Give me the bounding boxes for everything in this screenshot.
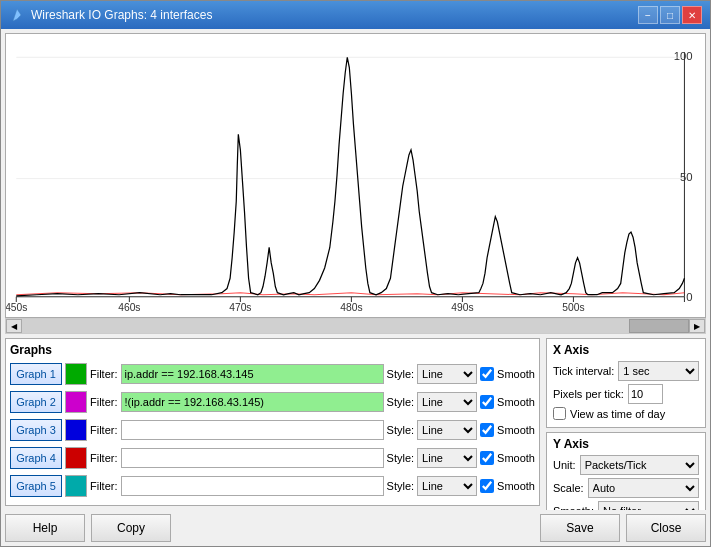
unit-row: Unit: Packets/Tick Bytes/Tick Bits/Tick [553, 455, 699, 475]
close-window-button[interactable]: ✕ [682, 6, 702, 24]
style-label-2: Style: [387, 396, 415, 408]
filter-input-2[interactable] [121, 392, 384, 412]
svg-text:470s: 470s [229, 302, 251, 313]
style-select-2[interactable]: LineImpulseFBarDot [417, 392, 477, 412]
tick-interval-label: Tick interval: [553, 365, 614, 377]
y-label-50: 50 [680, 171, 693, 183]
view-as-time-row: View as time of day [553, 407, 699, 420]
y-axis-title: Y Axis [553, 437, 699, 451]
smooth-label-2: Smooth [497, 396, 535, 408]
color-box-5[interactable] [65, 475, 87, 497]
pixels-per-tick-input[interactable] [628, 384, 663, 404]
y-axis-panel: Y Axis Unit: Packets/Tick Bytes/Tick Bit… [546, 432, 706, 510]
style-label-1: Style: [387, 368, 415, 380]
view-as-time-checkbox[interactable] [553, 407, 566, 420]
unit-select[interactable]: Packets/Tick Bytes/Tick Bits/Tick [580, 455, 699, 475]
scrollbar-area: ◀ ▶ [5, 318, 706, 334]
filter-input-3[interactable] [121, 420, 384, 440]
scroll-left-button[interactable]: ◀ [6, 319, 22, 333]
style-label-4: Style: [387, 452, 415, 464]
scale-row: Scale: Auto 1 10 100 [553, 478, 699, 498]
filter-label-1: Filter: [90, 368, 118, 380]
tick-interval-row: Tick interval: 1 sec 10 sec 1 min [553, 361, 699, 381]
save-button[interactable]: Save [540, 514, 620, 542]
svg-text:460s: 460s [118, 302, 140, 313]
close-button[interactable]: Close [626, 514, 706, 542]
graph-row-3: Graph 3Filter:Style:LineImpulseFBarDotSm… [10, 417, 535, 443]
graph-button-1[interactable]: Graph 1 [10, 363, 62, 385]
scale-label: Scale: [553, 482, 584, 494]
graph-row-4: Graph 4Filter:Style:LineImpulseFBarDotSm… [10, 445, 535, 471]
pixels-per-tick-row: Pixels per tick: [553, 384, 699, 404]
svg-text:490s: 490s [451, 302, 473, 313]
window-title: Wireshark IO Graphs: 4 interfaces [31, 8, 212, 22]
smooth-checkbox-1[interactable] [480, 367, 494, 381]
help-button[interactable]: Help [5, 514, 85, 542]
graph-button-4[interactable]: Graph 4 [10, 447, 62, 469]
smooth-row: Smooth: No filter Smooth [553, 501, 699, 510]
graph-button-2[interactable]: Graph 2 [10, 391, 62, 413]
y-label-100: 100 [674, 50, 693, 62]
svg-text:480s: 480s [340, 302, 362, 313]
graph-rows-container: Graph 1Filter:Style:LineImpulseFBarDotSm… [10, 361, 535, 499]
view-as-time-label: View as time of day [570, 408, 665, 420]
app-icon [9, 7, 25, 23]
graph1-line [16, 57, 684, 295]
smooth-select[interactable]: No filter Smooth [598, 501, 699, 510]
filter-input-5[interactable] [121, 476, 384, 496]
smooth-label-1: Smooth [497, 368, 535, 380]
maximize-button[interactable]: □ [660, 6, 680, 24]
svg-text:500s: 500s [562, 302, 584, 313]
main-window: Wireshark IO Graphs: 4 interfaces − □ ✕ … [0, 0, 711, 547]
scroll-thumb[interactable] [629, 319, 689, 333]
graph-row-1: Graph 1Filter:Style:LineImpulseFBarDotSm… [10, 361, 535, 387]
left-buttons: Help Copy [5, 514, 171, 542]
smooth-label-5: Smooth [497, 480, 535, 492]
tick-interval-select[interactable]: 1 sec 10 sec 1 min [618, 361, 699, 381]
filter-label-3: Filter: [90, 424, 118, 436]
color-box-2[interactable] [65, 391, 87, 413]
graph-button-5[interactable]: Graph 5 [10, 475, 62, 497]
style-select-3[interactable]: LineImpulseFBarDot [417, 420, 477, 440]
style-select-4[interactable]: LineImpulseFBarDot [417, 448, 477, 468]
scroll-right-button[interactable]: ▶ [689, 319, 705, 333]
titlebar-buttons: − □ ✕ [638, 6, 702, 24]
graphs-panel-title: Graphs [10, 343, 535, 357]
graph-button-3[interactable]: Graph 3 [10, 419, 62, 441]
titlebar-left: Wireshark IO Graphs: 4 interfaces [9, 7, 212, 23]
copy-button[interactable]: Copy [91, 514, 171, 542]
filter-input-1[interactable] [121, 364, 384, 384]
right-panel: X Axis Tick interval: 1 sec 10 sec 1 min… [546, 338, 706, 506]
graph-area: 100 50 0 450s 460s 470s 480s 490s 500s [5, 33, 706, 318]
smooth-checkbox-2[interactable] [480, 395, 494, 409]
style-label-3: Style: [387, 424, 415, 436]
filter-input-4[interactable] [121, 448, 384, 468]
style-label-5: Style: [387, 480, 415, 492]
minimize-button[interactable]: − [638, 6, 658, 24]
style-select-1[interactable]: LineImpulseFBarDot [417, 364, 477, 384]
right-action-buttons: Save Close [540, 514, 706, 542]
color-box-3[interactable] [65, 419, 87, 441]
bottom-section: Graphs Graph 1Filter:Style:LineImpulseFB… [1, 334, 710, 510]
smooth-checkbox-3[interactable] [480, 423, 494, 437]
y-label-0: 0 [686, 291, 692, 303]
filter-label-4: Filter: [90, 452, 118, 464]
x-axis-title: X Axis [553, 343, 699, 357]
style-select-5[interactable]: LineImpulseFBarDot [417, 476, 477, 496]
graph-row-2: Graph 2Filter:Style:LineImpulseFBarDotSm… [10, 389, 535, 415]
smooth-checkbox-4[interactable] [480, 451, 494, 465]
unit-label: Unit: [553, 459, 576, 471]
graph-svg: 100 50 0 450s 460s 470s 480s 490s 500s [6, 34, 705, 317]
titlebar: Wireshark IO Graphs: 4 interfaces − □ ✕ [1, 1, 710, 29]
filter-label-2: Filter: [90, 396, 118, 408]
filter-label-5: Filter: [90, 480, 118, 492]
pixels-per-tick-label: Pixels per tick: [553, 388, 624, 400]
color-box-4[interactable] [65, 447, 87, 469]
scale-select[interactable]: Auto 1 10 100 [588, 478, 699, 498]
scroll-track[interactable] [22, 319, 689, 333]
bottom-buttons: Help Copy Save Close [1, 510, 710, 546]
svg-text:450s: 450s [6, 302, 27, 313]
graphs-panel: Graphs Graph 1Filter:Style:LineImpulseFB… [5, 338, 540, 506]
smooth-checkbox-5[interactable] [480, 479, 494, 493]
color-box-1[interactable] [65, 363, 87, 385]
